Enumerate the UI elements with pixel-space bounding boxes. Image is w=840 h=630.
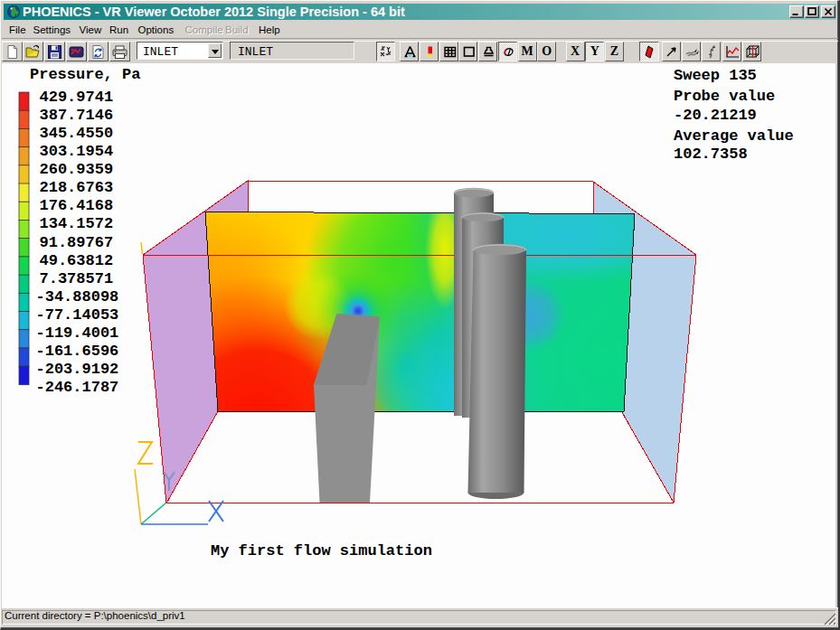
svg-text:260.9359: 260.9359 bbox=[40, 161, 114, 178]
svg-text:My first flow simulation: My first flow simulation bbox=[211, 542, 432, 559]
svg-text:387.7146: 387.7146 bbox=[40, 107, 114, 124]
svg-text:303.1954: 303.1954 bbox=[40, 143, 114, 160]
svg-text:Sweep 135: Sweep 135 bbox=[674, 67, 757, 84]
svg-text:176.4168: 176.4168 bbox=[40, 197, 114, 214]
svg-text:-20.21219: -20.21219 bbox=[674, 107, 757, 124]
svg-text:-119.4001: -119.4001 bbox=[36, 324, 119, 342]
svg-text:134.1572: 134.1572 bbox=[40, 215, 114, 232]
svg-text:429.9741: 429.9741 bbox=[40, 89, 114, 106]
svg-text:Pressure, Pa: Pressure, Pa bbox=[30, 66, 140, 83]
svg-text:-161.6596: -161.6596 bbox=[36, 343, 119, 360]
svg-text:-34.88098: -34.88098 bbox=[36, 288, 119, 306]
svg-text:49.63812: 49.63812 bbox=[40, 252, 114, 269]
svg-text:7.378571: 7.378571 bbox=[40, 270, 114, 287]
svg-text:91.89767: 91.89767 bbox=[40, 234, 114, 251]
svg-text:Average value: Average value bbox=[674, 127, 794, 145]
svg-text:-203.9192: -203.9192 bbox=[36, 361, 119, 378]
svg-text:218.6763: 218.6763 bbox=[40, 179, 114, 196]
svg-text:Probe value: Probe value bbox=[674, 88, 775, 105]
svg-text:-246.1787: -246.1787 bbox=[36, 379, 119, 396]
svg-text:102.7358: 102.7358 bbox=[674, 146, 748, 163]
svg-text:345.4550: 345.4550 bbox=[40, 125, 114, 142]
svg-text:-77.14053: -77.14053 bbox=[36, 306, 119, 324]
